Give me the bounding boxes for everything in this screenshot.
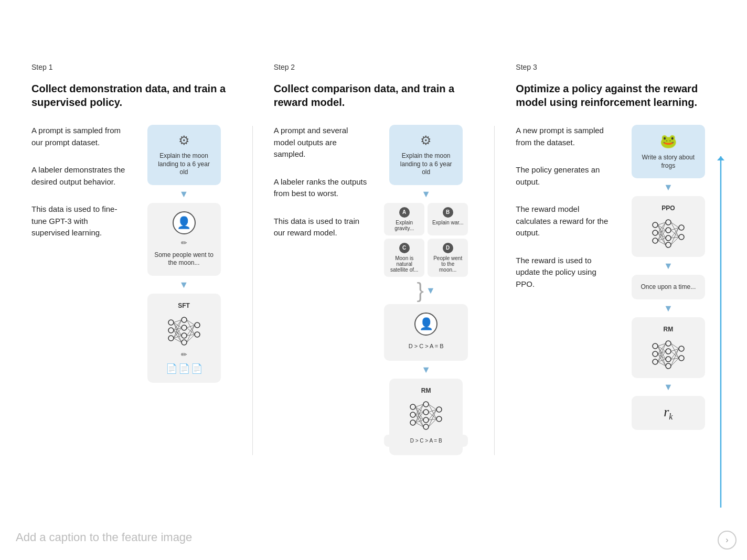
step3-rm-card: RM (632, 317, 705, 378)
step2-text-2: A labeler ranks the outputs from best to… (274, 176, 368, 200)
step3-output-label: Once upon a time... (641, 283, 696, 292)
step1-arrow-2: ▼ (179, 280, 189, 289)
step2-title: Collect comparison data, and train a rew… (274, 82, 474, 109)
svg-point-35 (423, 424, 429, 429)
divider-1-2 (252, 126, 253, 455)
svg-point-1 (168, 328, 174, 333)
divider-2-3 (494, 126, 495, 455)
svg-point-59 (653, 230, 658, 235)
step2-text-3: This data is used to train our reward mo… (274, 216, 368, 239)
step3-prompt-card: 🐸 Write a story about frogs (632, 125, 705, 178)
bracket-icon: } (417, 280, 424, 301)
svg-point-89 (653, 359, 658, 364)
step3-ppo-card: PPO (632, 196, 705, 257)
step1-label: Step 1 (31, 63, 231, 71)
step3-text-4: The reward is used to update the policy … (516, 255, 610, 290)
step1-prompt-label: Explain the moon landing to a 6 year old (154, 152, 215, 177)
edit-icon-2: ✏ (181, 350, 187, 359)
svg-point-33 (423, 410, 429, 415)
ranking-display: D > C > A = B (384, 340, 468, 352)
option-b-label: Explain war... (432, 220, 463, 225)
svg-point-91 (666, 349, 671, 354)
svg-point-30 (410, 412, 415, 417)
svg-point-3 (182, 317, 187, 322)
rk-symbol: rk (664, 404, 673, 422)
option-b: B Explain war... (428, 203, 468, 235)
badge-c: C (399, 243, 410, 253)
step1-prompt-card: ⚙ Explain the moon landing to a 6 year o… (147, 125, 221, 185)
ranking-display-2: D > C > A = B (384, 435, 468, 447)
labeler-avatar: 👤 (173, 211, 196, 234)
step2-labeler-avatar: 👤 (414, 313, 437, 336)
step2-options-grid: A Explain gravity... B Explain war... C … (384, 203, 468, 277)
svg-point-62 (666, 228, 671, 233)
step1-arrow-1: ▼ (179, 189, 189, 199)
svg-point-94 (679, 346, 684, 351)
step3-inner-col: 🐸 Write a story about frogs ▼ PPO (626, 125, 710, 430)
caption-text[interactable]: Add a caption to the feature image (16, 531, 192, 544)
badge-b: B (443, 207, 453, 218)
step3-output-card: Once upon a time... (632, 275, 705, 300)
svg-line-28 (187, 335, 195, 342)
svg-point-61 (666, 220, 671, 225)
svg-point-90 (666, 341, 671, 346)
option-d: D People went to the moon... (428, 239, 468, 277)
svg-point-93 (666, 363, 671, 369)
badge-d: D (443, 243, 453, 253)
svg-point-63 (666, 235, 671, 241)
svg-point-6 (182, 340, 187, 345)
svg-point-7 (195, 322, 200, 328)
option-a-label: Explain gravity... (388, 220, 420, 231)
svg-point-29 (410, 404, 415, 410)
gear-icon: ⚙ (178, 133, 190, 148)
step3-label: Step 3 (516, 63, 716, 71)
sft-neural-network (166, 315, 202, 346)
step1-visual-col: ⚙ Explain the moon landing to a 6 year o… (136, 125, 231, 383)
step1-labeler-card: 👤 ✏ Some people went to the moon... (147, 203, 221, 276)
svg-point-0 (168, 320, 174, 325)
svg-point-88 (653, 351, 658, 357)
step2-visual-col: ⚙ Explain the moon landing to a 6 year o… (379, 125, 473, 455)
svg-line-57 (429, 419, 436, 427)
option-c-label: Moon is natural satellite of... (388, 255, 420, 273)
step3-column: Step 3 Optimize a policy against the rew… (516, 63, 716, 430)
step3-text-2: The policy generates an output. (516, 164, 610, 188)
person-icon-2: 👤 (419, 317, 433, 331)
step3-visual-col: 🐸 Write a story about frogs ▼ PPO (621, 125, 716, 430)
step2-labeler-card: 👤 D > C > A = B (384, 304, 468, 361)
svg-point-60 (653, 238, 658, 243)
svg-point-65 (679, 225, 684, 230)
option-c: C Moon is natural satellite of... (384, 239, 424, 277)
docs-icon: 📄📄📄 (166, 363, 202, 374)
edit-icon-1: ✏ (181, 239, 187, 247)
step2-prompt-card: ⚙ Explain the moon landing to a 6 year o… (389, 125, 463, 185)
rm-neural-network (408, 399, 444, 430)
svg-point-37 (436, 416, 442, 422)
svg-point-31 (410, 420, 415, 425)
step3-rk-card: rk (632, 396, 705, 430)
scroll-hint[interactable]: › (718, 531, 737, 550)
svg-point-2 (168, 336, 174, 341)
svg-point-5 (182, 333, 187, 338)
svg-line-86 (671, 237, 679, 245)
ppo-neural-network (650, 217, 687, 249)
step2-text-col: A prompt and several model outputs are s… (274, 125, 368, 455)
option-a: A Explain gravity... (384, 203, 424, 235)
step2-arrow-3: ▼ (421, 365, 431, 374)
svg-point-8 (195, 332, 200, 337)
step1-text-1: A prompt is sampled from our prompt data… (31, 125, 126, 148)
step1-labeler-label: Some people went to the moon... (154, 251, 215, 267)
step3-prompt-label: Write a story about frogs (638, 154, 699, 170)
svg-point-95 (679, 356, 684, 361)
step2-arrow-2: ▼ (426, 286, 435, 295)
step2-column: Step 2 Collect comparison data, and trai… (274, 63, 474, 455)
svg-point-4 (182, 325, 187, 330)
option-d-label: People went to the moon... (432, 255, 464, 273)
svg-marker-117 (717, 156, 724, 160)
feedback-arrow (710, 156, 726, 513)
step3-arrow-4: ▼ (664, 382, 673, 392)
step3-text-1: A new prompt is sampled from the dataset… (516, 125, 610, 148)
step1-title: Collect demonstration data, and train a … (31, 82, 231, 109)
step3-ppo-label: PPO (661, 204, 675, 213)
badge-a: A (399, 207, 410, 218)
